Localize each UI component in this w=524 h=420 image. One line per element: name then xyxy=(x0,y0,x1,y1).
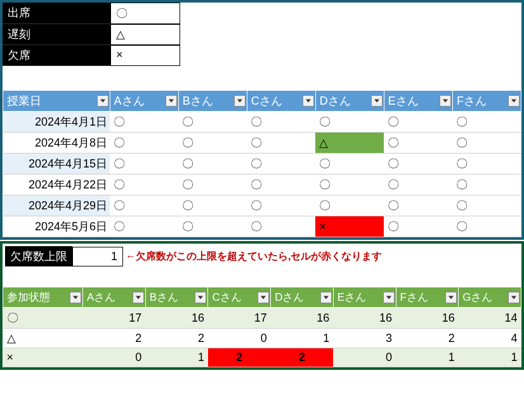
attendance-cell[interactable]: 〇 xyxy=(247,195,315,216)
column-header[interactable]: Fさん xyxy=(396,287,459,308)
column-header[interactable]: 授業日 xyxy=(3,91,110,112)
column-header[interactable]: Eさん xyxy=(333,287,396,308)
count-cell[interactable]: 16 xyxy=(333,308,396,329)
column-header[interactable]: Dさん xyxy=(271,287,334,308)
column-header[interactable]: Gさん xyxy=(459,287,521,308)
attendance-cell[interactable]: 〇 xyxy=(384,133,452,154)
date-cell[interactable]: 2024年4月8日 xyxy=(3,133,110,154)
count-cell[interactable]: 1 xyxy=(145,348,208,367)
column-header[interactable]: Dさん xyxy=(315,91,384,112)
attendance-cell[interactable]: 〇 xyxy=(110,195,178,216)
date-cell[interactable]: 2024年4月29日 xyxy=(3,195,110,216)
attendance-cell[interactable]: 〇 xyxy=(178,195,247,216)
filter-dropdown-icon[interactable] xyxy=(303,95,314,107)
date-cell[interactable]: 2024年5月6日 xyxy=(3,216,110,237)
attendance-cell[interactable]: 〇 xyxy=(110,154,178,174)
count-cell[interactable]: 2 xyxy=(271,348,334,367)
attendance-cell[interactable]: 〇 xyxy=(384,112,452,133)
count-cell[interactable]: 1 xyxy=(396,348,459,367)
attendance-cell[interactable]: 〇 xyxy=(178,133,247,154)
count-cell[interactable]: 17 xyxy=(83,308,146,329)
attendance-cell[interactable]: 〇 xyxy=(315,154,384,174)
count-cell[interactable]: 2 xyxy=(83,329,146,348)
attendance-cell[interactable]: 〇 xyxy=(384,195,452,216)
attendance-cell[interactable]: 〇 xyxy=(452,174,521,195)
filter-dropdown-icon[interactable] xyxy=(445,292,457,303)
date-cell[interactable]: 2024年4月15日 xyxy=(3,154,110,174)
date-cell[interactable]: 2024年4月22日 xyxy=(3,174,110,195)
attendance-cell[interactable]: 〇 xyxy=(110,174,178,195)
limit-value-cell[interactable]: 1 xyxy=(72,247,123,266)
filter-dropdown-icon[interactable] xyxy=(195,292,206,303)
count-cell[interactable]: 0 xyxy=(333,348,396,367)
count-cell[interactable]: 2 xyxy=(208,348,271,367)
attendance-cell[interactable]: 〇 xyxy=(247,154,315,174)
header-text: Eさん xyxy=(337,291,366,303)
filter-dropdown-icon[interactable] xyxy=(508,292,520,303)
attendance-cell[interactable]: 〇 xyxy=(384,216,452,237)
filter-dropdown-icon[interactable] xyxy=(320,292,332,303)
attendance-cell[interactable]: 〇 xyxy=(247,133,315,154)
column-header[interactable]: Aさん xyxy=(83,287,146,308)
count-cell[interactable]: 2 xyxy=(396,329,459,348)
count-cell[interactable]: 4 xyxy=(459,329,521,348)
filter-dropdown-icon[interactable] xyxy=(440,95,451,107)
attendance-cell[interactable]: 〇 xyxy=(315,195,384,216)
attendance-cell[interactable]: 〇 xyxy=(452,133,521,154)
attendance-cell[interactable]: 〇 xyxy=(247,112,315,133)
column-header[interactable]: 参加状態 xyxy=(3,287,83,308)
count-cell[interactable]: 1 xyxy=(271,329,334,348)
attendance-cell[interactable]: 〇 xyxy=(384,174,452,195)
column-header[interactable]: Bさん xyxy=(178,91,247,112)
attendance-cell[interactable]: 〇 xyxy=(110,112,178,133)
attendance-cell[interactable]: 〇 xyxy=(110,216,178,237)
attendance-cell[interactable]: 〇 xyxy=(384,154,452,174)
count-cell[interactable]: 2 xyxy=(145,329,208,348)
filter-dropdown-icon[interactable] xyxy=(371,95,383,107)
status-cell[interactable]: △ xyxy=(3,329,83,348)
count-cell[interactable]: 16 xyxy=(396,308,459,329)
count-cell[interactable]: 16 xyxy=(145,308,208,329)
filter-dropdown-icon[interactable] xyxy=(133,292,144,303)
column-header[interactable]: Cさん xyxy=(247,91,315,112)
filter-dropdown-icon[interactable] xyxy=(258,292,269,303)
attendance-cell[interactable]: 〇 xyxy=(247,216,315,237)
status-cell[interactable]: × xyxy=(3,348,83,367)
filter-dropdown-icon[interactable] xyxy=(166,95,177,107)
count-cell[interactable]: 17 xyxy=(208,308,271,329)
attendance-cell[interactable]: 〇 xyxy=(315,174,384,195)
attendance-cell[interactable]: 〇 xyxy=(178,154,247,174)
filter-dropdown-icon[interactable] xyxy=(70,292,81,303)
date-cell[interactable]: 2024年4月1日 xyxy=(3,112,110,133)
column-header[interactable]: Fさん xyxy=(452,91,521,112)
attendance-cell[interactable]: 〇 xyxy=(110,133,178,154)
column-header[interactable]: Aさん xyxy=(110,91,178,112)
column-header[interactable]: Eさん xyxy=(384,91,452,112)
count-cell[interactable]: 3 xyxy=(333,329,396,348)
count-cell[interactable]: 0 xyxy=(208,329,271,348)
count-cell[interactable]: 16 xyxy=(271,308,334,329)
attendance-cell[interactable]: 〇 xyxy=(315,112,384,133)
column-header[interactable]: Cさん xyxy=(208,287,271,308)
attendance-cell[interactable]: 〇 xyxy=(452,216,521,237)
count-cell[interactable]: 1 xyxy=(459,348,521,367)
filter-dropdown-icon[interactable] xyxy=(508,95,520,107)
attendance-cell[interactable]: 〇 xyxy=(178,112,247,133)
attendance-cell[interactable]: × xyxy=(315,216,384,237)
attendance-cell[interactable]: 〇 xyxy=(452,112,521,133)
attendance-cell[interactable]: 〇 xyxy=(452,154,521,174)
count-cell[interactable]: 14 xyxy=(459,308,521,329)
status-cell[interactable]: 〇 xyxy=(3,308,83,329)
count-cell[interactable]: 0 xyxy=(83,348,146,367)
filter-dropdown-icon[interactable] xyxy=(234,95,246,107)
column-header[interactable]: Bさん xyxy=(145,287,208,308)
filter-dropdown-icon[interactable] xyxy=(383,292,395,303)
attendance-cell[interactable]: 〇 xyxy=(178,216,247,237)
header-text: 授業日 xyxy=(7,95,41,107)
attendance-cell[interactable]: 〇 xyxy=(452,195,521,216)
filter-dropdown-icon[interactable] xyxy=(97,95,108,107)
attendance-cell[interactable]: 〇 xyxy=(247,174,315,195)
attendance-cell[interactable]: 〇 xyxy=(178,174,247,195)
header-text: 参加状態 xyxy=(7,291,50,303)
attendance-cell[interactable]: △ xyxy=(315,133,384,154)
